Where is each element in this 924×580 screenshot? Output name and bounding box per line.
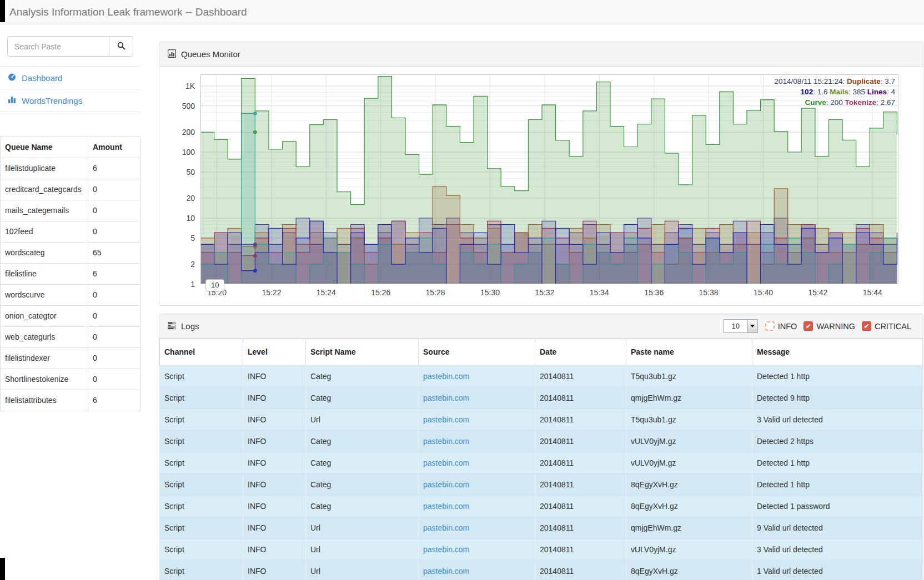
- source-link[interactable]: pastebin.com: [423, 394, 469, 402]
- log-paste-cell: 8qEgyXvH.gz: [626, 474, 752, 496]
- legend-segment: Duplicate: [847, 77, 881, 85]
- legend-segment: 102: [801, 88, 813, 96]
- critical-checkbox[interactable]: ✔: [862, 321, 871, 331]
- queue-name-cell: filelistline: [1, 264, 88, 285]
- panel-title: Logs: [181, 321, 199, 331]
- logs-table-header: ChannelLevelScript NameSourceDatePaste n…: [160, 339, 923, 366]
- queues-monitor-heading: Queues Monitor: [159, 42, 923, 67]
- sidebar-item-wordstrendings[interactable]: WordsTrendings: [0, 89, 140, 112]
- logs-column-header: Date: [535, 339, 626, 366]
- log-source-cell: pastebin.com: [419, 517, 535, 539]
- log-row: ScriptINFOUrlpastebin.com20140811qmjgEhW…: [160, 517, 923, 539]
- x-tick-label: 15:44: [863, 288, 882, 297]
- chart-x-axis: 15:2015:2215:2415:2615:2815:3015:3215:34…: [200, 284, 898, 299]
- x-tick-label: 15:42: [808, 288, 827, 297]
- queue-row: filelistindexer0: [1, 348, 140, 369]
- queue-name-cell: filelistduplicate: [1, 158, 88, 179]
- source-link[interactable]: pastebin.com: [423, 458, 469, 467]
- log-channel-cell: Script: [160, 474, 243, 496]
- log-level-cell: INFO: [243, 452, 306, 474]
- queue-amount-cell: 0: [88, 179, 140, 200]
- log-script-cell: Categ: [306, 431, 419, 452]
- queues-chart[interactable]: 2014/08/11 15:21:24: Duplicate: 3.7102: …: [200, 74, 898, 284]
- log-source-cell: pastebin.com: [419, 431, 535, 452]
- logs-heading: Logs 10 INFO✔WARNING✔CRITICAL: [159, 314, 923, 339]
- chart-legend: 2014/08/11 15:21:24: Duplicate: 3.7102: …: [775, 76, 895, 108]
- log-message-cell: Detected 2 https: [752, 431, 923, 452]
- page-size-select[interactable]: 10: [724, 319, 758, 333]
- source-link[interactable]: pastebin.com: [423, 372, 469, 381]
- x-tick-label: 15:28: [426, 288, 445, 297]
- log-channel-cell: Script: [160, 452, 243, 474]
- y-tick-label: 200: [182, 128, 195, 137]
- log-script-cell: Categ: [306, 452, 419, 474]
- warning-filter-label: WARNING: [816, 322, 855, 331]
- log-message-cell: Detected 1 password: [752, 496, 923, 517]
- log-source-cell: pastebin.com: [419, 561, 535, 580]
- queue-table: Queue Name Amount filelistduplicate6cred…: [0, 137, 140, 411]
- queue-name-cell: creditcard_categcards: [1, 179, 88, 200]
- search-button[interactable]: [109, 36, 133, 57]
- log-script-cell: Url: [306, 409, 419, 431]
- log-paste-cell: vULV0yjM.gz: [626, 431, 752, 452]
- queue-row: wordscurve0: [1, 285, 140, 306]
- log-message-cell: Detected 1 http: [752, 452, 923, 474]
- log-paste-cell: T5qu3ub1.gz: [626, 366, 752, 387]
- queue-amount-cell: 6: [88, 264, 140, 285]
- log-date-cell: 20140811: [535, 431, 626, 452]
- queue-row: onion_categtor0: [1, 306, 140, 327]
- queue-amount-cell: 6: [88, 390, 140, 411]
- log-source-cell: pastebin.com: [419, 539, 535, 561]
- dashboard-icon: [8, 73, 16, 83]
- queue-row: filelistattributes6: [1, 390, 140, 411]
- y-tick-label: 1K: [185, 82, 195, 90]
- logs-column-header: Channel: [160, 339, 243, 366]
- queue-row: filelistduplicate6: [1, 158, 140, 179]
- legend-line: 102: 1.6 Mails: 385 Lines: 4: [775, 87, 895, 97]
- info-checkbox[interactable]: [765, 321, 775, 331]
- log-channel-cell: Script: [160, 431, 243, 452]
- logs-table: ChannelLevelScript NameSourceDatePaste n…: [159, 339, 923, 580]
- x-tick-label: 15:30: [480, 288, 500, 297]
- log-script-cell: Url: [306, 561, 419, 580]
- sidebar-item-dashboard[interactable]: Dashboard: [0, 66, 140, 89]
- y-tick-label: 5: [190, 234, 195, 243]
- queue-name-cell: filelistattributes: [1, 390, 88, 411]
- y-tick-label: 2: [190, 260, 195, 269]
- queue-row: web_categurls0: [1, 327, 140, 348]
- source-link[interactable]: pastebin.com: [423, 545, 469, 554]
- panel-title: Queues Monitor: [181, 49, 240, 59]
- x-tick-label: 15:36: [644, 288, 664, 297]
- source-link[interactable]: pastebin.com: [423, 480, 469, 489]
- log-paste-cell: T5qu3ub1.gz: [626, 409, 752, 431]
- search-input[interactable]: [7, 36, 109, 57]
- source-link[interactable]: pastebin.com: [423, 523, 469, 532]
- source-link[interactable]: pastebin.com: [423, 567, 469, 576]
- y-tick-label: 20: [186, 194, 195, 203]
- queue-name-cell: mails_categemails: [1, 200, 88, 221]
- critical-filter-label: CRITICAL: [875, 322, 911, 331]
- log-level-cell: INFO: [243, 387, 306, 409]
- log-paste-cell: qmjgEhWm.gz: [626, 517, 752, 539]
- log-paste-cell: vULV0yjM.gz: [626, 452, 752, 474]
- log-level-cell: INFO: [243, 366, 306, 387]
- log-row: ScriptINFOCategpastebin.com20140811vULV0…: [160, 431, 923, 452]
- source-link[interactable]: pastebin.com: [423, 502, 469, 511]
- queues-monitor-panel: Queues Monitor 2014/08/11 15:21:24: Dupl…: [159, 42, 923, 306]
- legend-segment: Mails: [830, 88, 848, 96]
- log-script-cell: Categ: [306, 496, 419, 517]
- queue-name-cell: wordscurve: [1, 285, 88, 306]
- source-link[interactable]: pastebin.com: [423, 415, 469, 424]
- y-tick-label: 50: [186, 168, 195, 176]
- log-date-cell: 20140811: [535, 387, 626, 409]
- log-row: ScriptINFOUrlpastebin.com201408118qEgyXv…: [160, 561, 923, 580]
- legend-line: 2014/08/11 15:21:24: Duplicate: 3.7: [775, 76, 895, 87]
- warning-checkbox[interactable]: ✔: [804, 321, 813, 331]
- log-date-cell: 20140811: [535, 474, 626, 496]
- source-link[interactable]: pastebin.com: [423, 437, 469, 446]
- sidebar: Dashboard WordsTrendings Queue Name Amou…: [0, 25, 140, 411]
- queue-amount-cell: 0: [88, 285, 140, 306]
- legend-line: Curve: 200 Tokenize: 2.67: [775, 97, 895, 108]
- log-row: ScriptINFOUrlpastebin.com20140811vULV0yj…: [160, 539, 923, 561]
- legend-segment: : 1.6: [813, 88, 830, 96]
